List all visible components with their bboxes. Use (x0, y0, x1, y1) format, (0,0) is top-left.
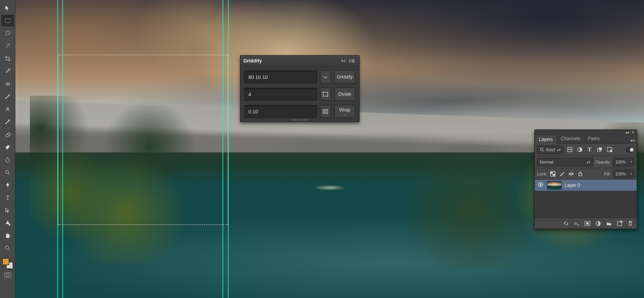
wrap-apply-button[interactable]: Wrap ︿ (334, 105, 355, 118)
layer-thumbnail[interactable] (547, 181, 562, 190)
griddify-panel[interactable]: Griddify Griddify Divide Wrap ︿ (240, 55, 360, 122)
zoom-tool[interactable] (2, 242, 14, 254)
blur-tool[interactable] (2, 154, 14, 165)
panel-resize-grip[interactable] (240, 118, 359, 122)
lock-label: Lock: (537, 172, 547, 176)
blend-mode-dropdown[interactable]: Normal ▴▾ (537, 158, 593, 166)
opacity-value-input[interactable]: 100%▾ (613, 158, 634, 166)
chevron-up-icon: ︿ (343, 113, 347, 116)
svg-point-3 (8, 224, 10, 226)
filter-adjustment-icon[interactable] (576, 146, 583, 154)
opacity-value: 100% (615, 160, 626, 164)
svg-rect-18 (550, 172, 553, 174)
crop-tool[interactable] (2, 53, 14, 64)
layer-name[interactable]: Layer 0 (565, 183, 580, 188)
svg-rect-26 (617, 221, 621, 225)
svg-rect-8 (323, 110, 325, 113)
svg-point-10 (540, 148, 543, 151)
new-adjustment-layer-icon[interactable] (594, 219, 602, 228)
dodge-tool[interactable] (2, 167, 14, 178)
wrap-values-input[interactable] (244, 105, 317, 118)
filter-kind-label: Kind (546, 147, 555, 152)
eraser-tool[interactable] (2, 129, 14, 140)
fill-value-input[interactable]: 100%▾ (613, 170, 634, 178)
griddify-dropdown-button[interactable] (320, 70, 331, 84)
panel-header[interactable]: Griddify (240, 56, 359, 66)
rectangular-marquee-tool[interactable] (2, 15, 14, 26)
quick-mask-toggle[interactable] (3, 271, 12, 279)
hand-tool[interactable] (2, 230, 14, 241)
divide-apply-button[interactable]: Divide (334, 88, 355, 101)
layers-list[interactable]: Layer 0 (535, 180, 637, 218)
opacity-label: Opacity: (595, 160, 611, 164)
divide-bounds-button[interactable] (320, 88, 331, 101)
close-icon[interactable]: ✕ (631, 130, 634, 134)
svg-rect-7 (323, 92, 328, 96)
visibility-toggle-icon[interactable] (537, 182, 544, 188)
svg-rect-5 (4, 273, 11, 277)
filter-shape-icon[interactable] (596, 146, 603, 154)
foreground-color-swatch[interactable] (2, 258, 9, 265)
layers-panel[interactable]: ◂◂ ✕ Layers Channels Paths ▾≡ Kind ▴▾ T … (534, 129, 637, 229)
button-label: Griddify (337, 74, 353, 80)
button-label: Wrap (339, 107, 350, 113)
divide-count-input[interactable] (244, 88, 317, 101)
filter-pixel-icon[interactable] (566, 146, 573, 154)
svg-point-21 (540, 184, 542, 186)
brush-tool[interactable] (2, 91, 14, 102)
path-selection-tool[interactable] (2, 205, 14, 216)
filter-type-icon[interactable]: T (586, 146, 593, 154)
type-tool[interactable] (2, 192, 14, 203)
move-tool[interactable] (2, 2, 14, 13)
lock-transparency-icon[interactable] (549, 170, 556, 177)
griddify-apply-button[interactable]: Griddify (334, 70, 355, 84)
tab-layers[interactable]: Layers (535, 134, 557, 144)
selection-marquee[interactable] (58, 55, 228, 225)
clone-stamp-tool[interactable] (2, 103, 14, 115)
layer-row[interactable]: Layer 0 (535, 180, 637, 191)
guide-vertical[interactable] (228, 0, 228, 298)
wrap-mirror-button[interactable] (320, 105, 331, 118)
color-swatches[interactable] (2, 258, 13, 269)
eyedropper-tool[interactable] (2, 65, 14, 77)
fill-label: Fill: (604, 172, 611, 176)
svg-rect-16 (610, 150, 612, 152)
layer-effects-icon[interactable]: fx (572, 219, 581, 228)
fill-value: 100% (615, 172, 626, 176)
history-brush-tool[interactable] (2, 116, 14, 127)
rectangle-shape-tool[interactable] (2, 217, 14, 228)
lock-position-icon[interactable] (568, 170, 575, 177)
new-group-icon[interactable] (605, 219, 613, 228)
gradient-tool[interactable] (2, 141, 14, 152)
griddify-columns-input[interactable] (244, 70, 317, 84)
filter-kind-dropdown[interactable]: Kind ▴▾ (537, 146, 564, 154)
lock-all-icon[interactable] (577, 170, 584, 177)
svg-text:fx: fx (574, 222, 577, 226)
chevron-updown-icon: ▴▾ (586, 160, 590, 164)
panel-resize-handle[interactable] (632, 224, 636, 228)
filter-toggle-switch[interactable] (626, 147, 634, 152)
add-mask-icon[interactable] (583, 219, 591, 228)
lasso-tool[interactable] (2, 28, 14, 39)
collapse-icon[interactable]: ◂◂ (625, 130, 629, 134)
lock-pixels-icon[interactable] (559, 170, 565, 177)
panel-menu-icon[interactable] (348, 57, 356, 65)
healing-brush-tool[interactable] (2, 78, 14, 89)
collapse-icon[interactable] (339, 57, 348, 65)
new-layer-icon[interactable] (615, 219, 624, 228)
blend-mode-label: Normal (540, 160, 553, 164)
pen-tool[interactable] (2, 179, 14, 190)
svg-rect-14 (599, 147, 602, 151)
svg-point-4 (5, 246, 9, 249)
tab-channels[interactable]: Channels (557, 134, 584, 143)
svg-point-2 (5, 170, 8, 173)
magic-wand-tool[interactable] (2, 40, 14, 51)
tools-toolbar (0, 0, 15, 298)
svg-rect-0 (5, 18, 10, 23)
filter-smartobject-icon[interactable] (606, 146, 613, 154)
tab-paths[interactable]: Paths (584, 134, 604, 143)
panel-menu-icon[interactable]: ▾≡ (629, 138, 637, 143)
link-layers-icon[interactable] (562, 219, 570, 228)
panel-title: Griddify (243, 58, 262, 64)
chevron-updown-icon: ▴▾ (557, 148, 561, 152)
